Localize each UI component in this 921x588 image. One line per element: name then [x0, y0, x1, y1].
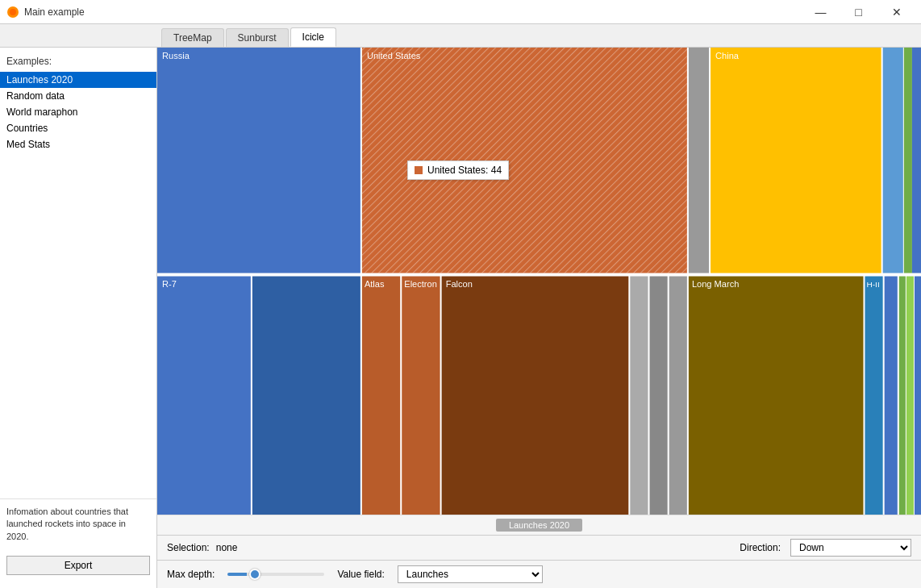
hii-rect[interactable] — [865, 277, 882, 515]
electron-rect[interactable] — [402, 277, 440, 515]
chart-title-badge: Launches 2020 — [496, 519, 582, 532]
title-bar: Main example — □ ✕ — [0, 0, 921, 24]
china-rect[interactable] — [711, 48, 881, 273]
atlas-rect[interactable] — [362, 277, 400, 515]
electron-label: Electron — [404, 280, 437, 290]
icicle-area[interactable]: Russia United States China — [157, 48, 921, 515]
sidebar-item-launches2020[interactable]: Launches 2020 — [0, 72, 156, 88]
sidebar-item-randomdata[interactable]: Random data — [0, 88, 156, 104]
sidebar-item-medstats[interactable]: Med Stats — [0, 136, 156, 152]
falcon-rect[interactable] — [442, 277, 629, 515]
long-march-rect[interactable] — [689, 277, 864, 515]
window-title: Main example — [24, 6, 85, 18]
sidebar-item-countries[interactable]: Countries — [0, 120, 156, 136]
misc2-rect[interactable] — [899, 277, 906, 515]
sidebar: Examples: Launches 2020 Random data Worl… — [0, 48, 157, 588]
sidebar-description: Infomation about countries that launched… — [0, 498, 156, 549]
tab-icicle[interactable]: Icicle — [290, 27, 336, 47]
value-field-label: Value field: — [337, 569, 384, 580]
depth-slider[interactable] — [227, 573, 324, 576]
maximize-button[interactable]: □ — [840, 0, 877, 24]
sidebar-item-worldmaraphon[interactable]: World maraphon — [0, 104, 156, 120]
us-label: United States — [367, 51, 421, 60]
direction-label: Direction: — [740, 542, 781, 553]
gray4-rect[interactable] — [669, 277, 687, 515]
status-bar: Selection: none Direction: Down Up Left … — [157, 535, 921, 560]
tab-treemap[interactable]: TreeMap — [161, 28, 224, 47]
russia-label: Russia — [162, 51, 190, 60]
russia-rect[interactable] — [157, 48, 360, 273]
selection-label: Selection: — [167, 542, 210, 553]
gray3-rect[interactable] — [650, 277, 668, 515]
depth-label: Max depth: — [167, 569, 215, 580]
us-hatch — [362, 48, 687, 273]
bottom-controls: Max depth: Value field: Launches Mass Co… — [157, 560, 921, 588]
falcon-label: Falcon — [446, 280, 473, 290]
blue-sm-rect[interactable] — [883, 48, 903, 273]
darkblue-sm-rect[interactable] — [912, 48, 921, 273]
close-button[interactable]: ✕ — [878, 0, 915, 24]
tab-bar: TreeMap Sunburst Icicle — [0, 24, 921, 48]
gray2-rect[interactable] — [630, 277, 648, 515]
r7-rect[interactable] — [157, 277, 251, 515]
misc1-rect[interactable] — [885, 277, 898, 515]
app-icon — [6, 6, 19, 19]
chart-container: Russia United States China — [157, 48, 921, 588]
hii-label: H-II — [867, 281, 880, 290]
minimize-button[interactable]: — — [802, 0, 839, 24]
green-sm-rect[interactable] — [904, 48, 912, 273]
gray1-rect[interactable] — [689, 48, 709, 273]
icicle-chart: Russia United States China — [157, 48, 921, 515]
misc3-rect[interactable] — [906, 277, 914, 515]
r7b-rect[interactable] — [252, 277, 360, 515]
export-button[interactable]: Export — [6, 556, 150, 575]
long-march-label: Long March — [692, 280, 739, 290]
sidebar-section-label: Examples: — [0, 54, 156, 72]
value-field-select[interactable]: Launches Mass Cost — [398, 565, 543, 583]
selection-value: none — [216, 542, 238, 553]
tab-sunburst[interactable]: Sunburst — [226, 28, 289, 47]
misc4-rect[interactable] — [915, 277, 921, 515]
r7-label: R-7 — [162, 280, 177, 290]
svg-point-1 — [10, 9, 16, 15]
direction-select[interactable]: Down Up Left Right — [790, 539, 911, 557]
china-label: China — [715, 51, 740, 60]
atlas-label: Atlas — [365, 280, 385, 290]
